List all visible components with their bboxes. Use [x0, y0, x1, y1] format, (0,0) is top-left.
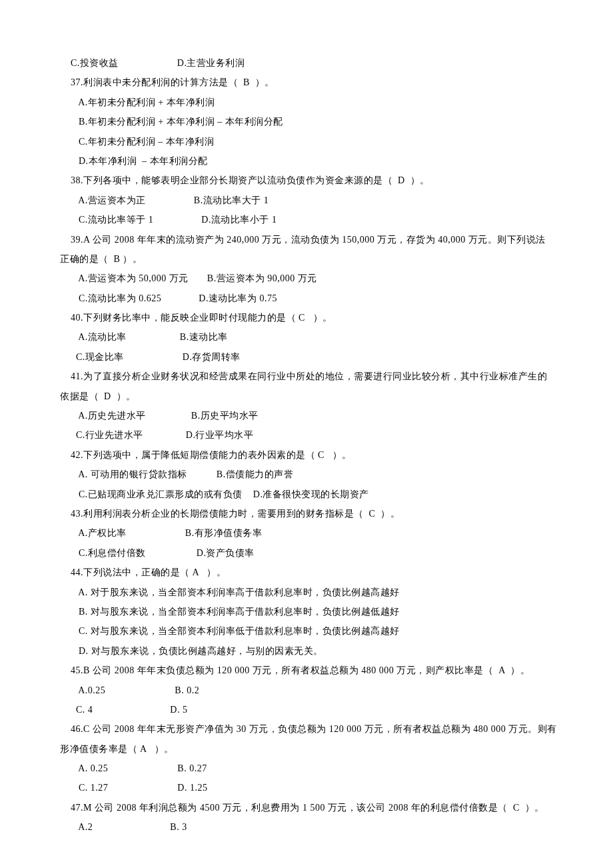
document-line: 38.下列各项中，能够表明企业部分长期资产以流动负债作为资金来源的是（ D ）。	[60, 171, 553, 190]
document-line: C.已贴现商业承兑汇票形成的或有负债 D.准备很快变现的长期资产	[60, 485, 553, 504]
document-line: C.利息偿付倍数 D.资产负债率	[60, 543, 553, 563]
document-line: C.年初未分配利润 – 本年净利润	[60, 132, 553, 151]
document-line: B.年初未分配利润 + 本年净利润 – 本年利润分配	[60, 112, 553, 131]
document-line: 正确的是（ B ）。	[60, 249, 553, 269]
document-line: 44.下列说法中，正确的是（ A ）。	[60, 563, 553, 582]
document-line: C.投资收益 D.主营业务利润	[60, 53, 553, 73]
document-line: C. 对与股东来说，当全部资本利润率低于借款利息率时，负债比例越高越好	[60, 621, 553, 641]
document-line: 43.利用利润表分析企业的长期偿债能力时，需要用到的财务指标是（ C ）。	[60, 504, 553, 523]
document-line: C.现金比率 D.存货周转率	[60, 347, 553, 367]
document-line: C. 4 D. 5	[60, 700, 553, 719]
document-line: 40.下列财务比率中，能反映企业即时付现能力的是（ C ）。	[60, 308, 553, 327]
document-line: 依据是（ D ）。	[60, 387, 553, 406]
document-line: D.本年净利润 – 本年利润分配	[60, 151, 553, 171]
document-line: 37.利润表中未分配利润的计算方法是（ B ）。	[60, 73, 553, 92]
document-line: A.营运资本为 50,000 万元 B.营运资本为 90,000 万元	[60, 269, 553, 288]
document-line: 形净值债务率是（ A ）。	[60, 739, 553, 759]
document-line: A. 对于股东来说，当全部资本利润率高于借款利息率时，负债比例越高越好	[60, 583, 553, 602]
document-line: 47.M 公司 2008 年利润总额为 4500 万元，利息费用为 1 500 …	[60, 798, 553, 817]
document-line: C.流动比率为 0.625 D.速动比率为 0.75	[60, 289, 553, 308]
document-line: 39.A 公司 2008 年年末的流动资产为 240,000 万元，流动负债为 …	[60, 230, 553, 249]
document-line: C.流动比率等于 1 D.流动比率小于 1	[60, 210, 553, 229]
document-line: A. 可动用的银行贷款指标 B.偿债能力的声誉	[60, 465, 553, 484]
document-line: A. 0.25 B. 0.27	[60, 759, 553, 778]
document-line: B. 对与股东来说，当全部资本利润率高于借款利息率时，负债比例越低越好	[60, 602, 553, 621]
document-line: D. 对与股东来说，负债比例越高越好，与别的因素无关。	[60, 641, 553, 661]
document-line: 41.为了直接分析企业财务状况和经营成果在同行业中所处的地位，需要进行同业比较分…	[60, 367, 553, 386]
document-line: A.年初未分配利润 + 本年净利润	[60, 93, 553, 112]
document-line: C. 1.27 D. 1.25	[60, 778, 553, 797]
document-line: A.2 B. 3	[60, 817, 553, 837]
document-line: A.营运资本为正 B.流动比率大于 1	[60, 191, 553, 210]
document-line: C.行业先进水平 D.行业平均水平	[60, 425, 553, 445]
document-line: A.0.25 B. 0.2	[60, 681, 553, 700]
document-line: 45.B 公司 2008 年年末负债总额为 120 000 万元，所有者权益总额…	[60, 661, 553, 680]
document-line: A.流动比率 B.速动比率	[60, 327, 553, 347]
document-line: A.产权比率 B.有形净值债务率	[60, 523, 553, 543]
document-line: A.历史先进水平 B.历史平均水平	[60, 406, 553, 425]
document-line: 42.下列选项中，属于降低短期偿债能力的表外因素的是（ C ）。	[60, 445, 553, 465]
document-line: 46.C 公司 2008 年年末无形资产净值为 30 万元，负债总额为 120 …	[60, 719, 553, 739]
